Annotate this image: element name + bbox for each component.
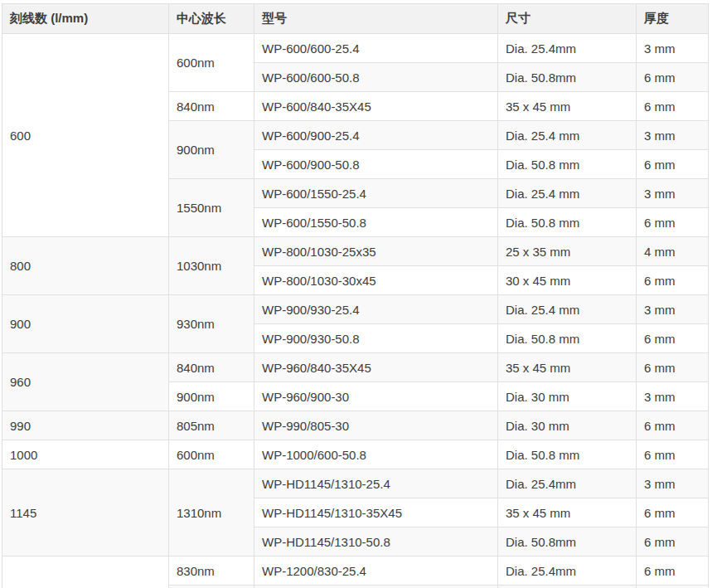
cell-size: 35 x 45 mm [498,498,637,527]
cell-size: Dia. 50.8 mm [498,324,637,353]
column-header-size: 尺寸 [498,4,637,34]
cell-wavelength: 600nm [169,440,254,469]
cell-wavelength: 840nm [169,92,254,121]
cell-model: WP-HD1145/1310-25.4 [254,469,498,498]
cell-thickness: 6 mm [637,208,709,237]
cell-size: Dia. 50.8 mm [498,208,637,237]
cell-lines: 800 [2,237,169,295]
cell-thickness: 6 mm [637,440,709,469]
cell-wavelength [169,586,254,588]
cell-wavelength: 1030nm [169,237,254,295]
cell-wavelength: 930nm [169,295,254,353]
cell-size: Dia. 50.8mm [498,63,637,92]
cell-lines: 600 [2,34,169,237]
cell-thickness: 6 mm [637,150,709,179]
cell-size: Dia. 50.8mm [498,527,637,556]
cell-model: WP-800/1030-30x45 [254,266,498,295]
cell-lines [2,556,169,588]
cell-size: Dia. 25.4 mm [498,179,637,208]
cell-model: WP-600/600-50.8 [254,63,498,92]
cell-wavelength: 840nm [169,353,254,382]
cell-model: WP-900/930-25.4 [254,295,498,324]
cell-thickness: 6 mm [637,411,709,440]
cell-wavelength: 900nm [169,382,254,411]
cell-size: Dia. 50.8 mm [498,150,637,179]
cell-thickness: 3 mm [637,34,709,63]
cell-thickness: 6 mm [637,527,709,556]
gratings-spec-table: 刻线数 (l/mm) 中心波长 型号 尺寸 厚度 600 600nm WP-60… [2,3,709,588]
table-header: 刻线数 (l/mm) 中心波长 型号 尺寸 厚度 [2,4,709,34]
cell-size: 35 x 45 mm [498,92,637,121]
cell-model: WP-960/900-30 [254,382,498,411]
column-header-model: 型号 [254,4,498,34]
cell-model: WP-HD1145/1310-35X45 [254,498,498,527]
cell-thickness: 6 mm [637,266,709,295]
cell-thickness: 6 mm [637,63,709,92]
cell-wavelength: 805nm [169,411,254,440]
cell-size: 35 x 45 mm [498,353,637,382]
column-header-wavelength: 中心波长 [169,4,254,34]
cell-model: WP-600/1550-50.8 [254,208,498,237]
cell-size: Dia. 50.8 mm [498,440,637,469]
table-row: 1145 1310nm WP-HD1145/1310-25.4 Dia. 25.… [2,469,709,498]
cell-thickness: 4 mm [637,237,709,266]
cell-size: 25 x 35 mm [498,237,637,266]
cell-model [254,586,498,588]
cell-wavelength: 600nm [169,34,254,92]
table-row: 990 805nm WP-990/805-30 Dia. 30 mm 6 mm [2,411,709,440]
table-row: 1000 600nm WP-1000/600-50.8 Dia. 50.8 mm… [2,440,709,469]
cell-size: Dia. 25.4mm [498,556,637,586]
table-row: 900 930nm WP-900/930-25.4 Dia. 25.4 mm 3… [2,295,709,324]
column-header-thickness: 厚度 [637,4,709,34]
cell-model: WP-1000/600-50.8 [254,440,498,469]
header-row: 刻线数 (l/mm) 中心波长 型号 尺寸 厚度 [2,4,709,34]
cell-thickness: 6 mm [637,498,709,527]
cell-size [498,586,637,588]
cell-thickness: 6 mm [637,92,709,121]
cell-size: Dia. 30 mm [498,382,637,411]
table-row: 830nm WP-1200/830-25.4 Dia. 25.4mm 6 mm [2,556,709,586]
cell-lines: 990 [2,411,169,440]
cell-wavelength: 900nm [169,121,254,179]
cell-model: WP-990/805-30 [254,411,498,440]
cell-size: Dia. 25.4mm [498,469,637,498]
cell-thickness: 3 mm [637,179,709,208]
cell-lines: 900 [2,295,169,353]
cell-model: WP-960/840-35X45 [254,353,498,382]
page: 刻线数 (l/mm) 中心波长 型号 尺寸 厚度 600 600nm WP-60… [0,0,722,588]
cell-size: Dia. 25.4 mm [498,295,637,324]
cell-wavelength: 830nm [169,556,254,586]
cell-size: 30 x 45 mm [498,266,637,295]
cell-thickness: 6 mm [637,353,709,382]
cell-lines: 1145 [2,469,169,556]
cell-lines: 1000 [2,440,169,469]
cell-wavelength: 1310nm [169,469,254,556]
cell-model: WP-HD1145/1310-50.8 [254,527,498,556]
cell-wavelength: 1550nm [169,179,254,237]
cell-thickness: 3 mm [637,295,709,324]
cell-size: Dia. 25.4 mm [498,121,637,150]
table-row: 960 840nm WP-960/840-35X45 35 x 45 mm 6 … [2,353,709,382]
cell-thickness: 6 mm [637,556,709,586]
cell-lines: 960 [2,353,169,411]
cell-model: WP-1200/830-25.4 [254,556,498,586]
cell-model: WP-600/600-25.4 [254,34,498,63]
cell-thickness: 3 mm [637,121,709,150]
cell-size: Dia. 30 mm [498,411,637,440]
cell-thickness: 6 mm [637,324,709,353]
column-header-lines: 刻线数 (l/mm) [2,4,169,34]
cell-thickness [637,586,709,588]
table-row: 600 600nm WP-600/600-25.4 Dia. 25.4mm 3 … [2,34,709,63]
cell-size: Dia. 25.4mm [498,34,637,63]
cell-model: WP-900/930-50.8 [254,324,498,353]
cell-model: WP-600/900-50.8 [254,150,498,179]
table-body: 600 600nm WP-600/600-25.4 Dia. 25.4mm 3 … [2,34,709,588]
table-row: 800 1030nm WP-800/1030-25x35 25 x 35 mm … [2,237,709,266]
cell-thickness: 3 mm [637,469,709,498]
cell-thickness: 3 mm [637,382,709,411]
cell-model: WP-800/1030-25x35 [254,237,498,266]
cell-model: WP-600/1550-25.4 [254,179,498,208]
cell-model: WP-600/900-25.4 [254,121,498,150]
cell-model: WP-600/840-35X45 [254,92,498,121]
